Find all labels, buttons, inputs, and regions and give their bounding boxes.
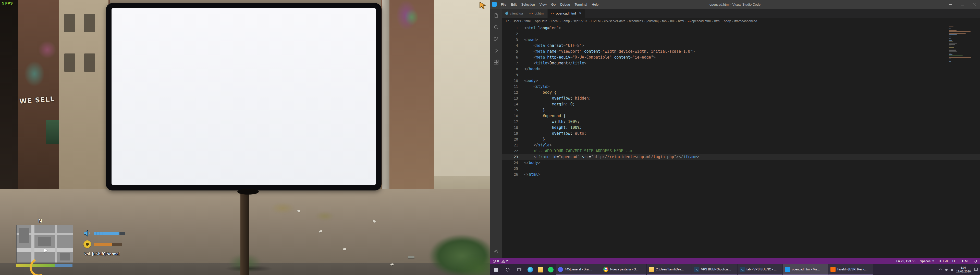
breadcrumb-item[interactable]: html xyxy=(714,19,720,23)
breadcrumb-item[interactable]: resources xyxy=(629,19,643,23)
code-line-10[interactable]: 10<body> xyxy=(502,78,980,84)
problems-indicator[interactable]: 0 2 xyxy=(493,259,508,263)
taskbar-app-fivem[interactable]: FiveM - [ESP] Reinc... xyxy=(829,264,873,275)
code-line-26[interactable]: 26</html> xyxy=(502,172,980,177)
breadcrumb-item[interactable]: C: xyxy=(506,19,509,23)
breadcrumb-item[interactable]: tab xyxy=(662,19,667,23)
breadcrumb-item[interactable]: html xyxy=(678,19,684,23)
code-line-6[interactable]: 6 <meta http-equiv="X-UA-Compatible" con… xyxy=(502,54,980,60)
code-line-7[interactable]: 7 <title>Document</title> xyxy=(502,60,980,66)
menu-view[interactable]: View xyxy=(537,3,549,6)
taskbar-app-discord[interactable]: #45|general - Disc... xyxy=(556,264,601,275)
breadcrumb-item[interactable]: iframe#opencad xyxy=(734,19,757,23)
taskbar-app-vscode[interactable]: opencad.html - Vis... xyxy=(783,264,828,275)
breadcrumb-item[interactable]: nui xyxy=(670,19,675,23)
breadcrumb-item[interactable]: FIVEM xyxy=(591,19,600,23)
minimize-icon[interactable] xyxy=(945,0,956,9)
menu-terminal[interactable]: Terminal xyxy=(572,3,589,6)
taskbar-app-terminal[interactable]: >_tab - VPS BUENO - ... xyxy=(738,264,783,275)
code-line-3[interactable]: 3<head> xyxy=(502,37,980,43)
breadcrumb-item[interactable]: cfx-server-data xyxy=(604,19,625,23)
code-line-14[interactable]: 14 margin: 0; xyxy=(502,101,980,107)
error-icon xyxy=(493,259,496,263)
breadcrumb-item[interactable]: body xyxy=(724,19,731,23)
notifications-bell-icon[interactable] xyxy=(974,259,977,263)
code-line-5[interactable]: 5 <meta name="viewport" content="width=d… xyxy=(502,49,980,54)
code-line-13[interactable]: 13 overflow: hidden; xyxy=(502,95,980,101)
terminal-icon: >_ xyxy=(694,267,699,272)
breadcrumb-item[interactable]: <>opencad.html xyxy=(687,19,711,23)
code-line-20[interactable]: 20 } xyxy=(502,136,980,142)
code-line-21[interactable]: 21 </style> xyxy=(502,142,980,148)
taskbar-clock[interactable]: 6:07 17/08/2020 xyxy=(956,266,971,273)
tab-client.lua[interactable]: client.lua xyxy=(502,9,526,18)
tray-icon[interactable] xyxy=(945,269,948,271)
tray-chevron-icon[interactable] xyxy=(939,268,942,272)
code-line-15[interactable]: 15 } xyxy=(502,107,980,113)
status-eol[interactable]: LF xyxy=(952,259,956,263)
line-content: </head> xyxy=(524,66,540,72)
whatsapp-pinned-icon[interactable] xyxy=(546,264,556,275)
status-language-mode[interactable]: HTML xyxy=(961,259,969,263)
taskbar-app-explorer[interactable]: C:\Users\famil\Des... xyxy=(647,264,692,275)
status-cursor-position[interactable]: Ln 23, Col 66 xyxy=(896,259,915,263)
source-control-icon[interactable] xyxy=(490,33,502,45)
vscode-window: FileEditSelectionViewGoDebugTerminalHelp… xyxy=(490,0,980,264)
breadcrumb-item[interactable]: AppData xyxy=(535,19,547,23)
taskbar-app-terminal[interactable]: >_VPS BUENO\policia... xyxy=(692,264,737,275)
code-line-22[interactable]: 22 <!-- ADD YOUR CAD/MDT SITE ADDRESS HE… xyxy=(502,148,980,154)
edge-pinned-icon[interactable] xyxy=(525,264,535,275)
status-encoding[interactable]: UTF-8 xyxy=(939,259,948,263)
file-explorer-pinned-icon[interactable] xyxy=(535,264,546,275)
tab-opencad.html[interactable]: <>opencad.html× xyxy=(548,9,585,18)
graffiti-blob xyxy=(38,41,56,58)
task-view-button[interactable] xyxy=(514,264,525,275)
taskbar-app-chrome[interactable]: Nueva pestaña - G... xyxy=(601,264,646,275)
code-line-25[interactable]: 25 xyxy=(502,166,980,172)
editor-minimap[interactable] xyxy=(949,26,977,62)
debug-icon[interactable] xyxy=(490,45,502,57)
tab-ui.html[interactable]: <>ui.html xyxy=(526,9,548,18)
close-tab-icon[interactable]: × xyxy=(579,11,581,15)
tab-bar: client.lua<>ui.html<>opencad.html× xyxy=(502,9,980,18)
menu-go[interactable]: Go xyxy=(549,3,558,6)
window xyxy=(64,14,75,32)
code-line-24[interactable]: 24</body> xyxy=(502,160,980,166)
search-button[interactable] xyxy=(502,264,514,275)
code-line-19[interactable]: 19 overflow: auto; xyxy=(502,131,980,136)
maximize-icon[interactable] xyxy=(956,0,968,9)
notification-center-icon[interactable] xyxy=(974,267,978,272)
code-line-11[interactable]: 11 <style> xyxy=(502,84,980,90)
tray-icon[interactable] xyxy=(951,269,953,271)
status-indentation[interactable]: Spaces: 2 xyxy=(920,259,934,263)
breadcrumb-item[interactable]: [custom] xyxy=(646,19,659,23)
search-icon[interactable] xyxy=(490,21,502,33)
extensions-icon[interactable] xyxy=(490,57,502,68)
close-icon[interactable] xyxy=(968,0,980,9)
menu-selection[interactable]: Selection xyxy=(519,3,537,6)
explorer-icon[interactable] xyxy=(490,9,502,21)
start-button[interactable] xyxy=(490,264,502,275)
code-line-16[interactable]: 16 #opencad { xyxy=(502,113,980,119)
menu-edit[interactable]: Edit xyxy=(509,3,519,6)
code-line-4[interactable]: 4 <meta charset="UTF-8"> xyxy=(502,43,980,49)
code-line-8[interactable]: 8</head> xyxy=(502,66,980,72)
breadcrumb-item[interactable]: Temp xyxy=(562,19,570,23)
code-line-1[interactable]: 1<html lang="en"> xyxy=(502,25,980,31)
code-line-9[interactable]: 9 xyxy=(502,72,980,78)
menu-debug[interactable]: Debug xyxy=(558,3,572,6)
breadcrumb-item[interactable]: famil xyxy=(525,19,531,23)
code-line-17[interactable]: 17 width: 100%; xyxy=(502,119,980,125)
menu-file[interactable]: File xyxy=(499,3,509,6)
breadcrumb-separator: › xyxy=(589,19,590,23)
breadcrumb-item[interactable]: Local xyxy=(551,19,558,23)
menu-help[interactable]: Help xyxy=(590,3,601,6)
code-line-18[interactable]: 18 height: 100%; xyxy=(502,125,980,131)
code-line-23[interactable]: 23 <iframe id="opencad" src="http://rein… xyxy=(502,154,980,160)
breadcrumb-item[interactable]: scp27787 xyxy=(573,19,587,23)
breadcrumb-item[interactable]: Users xyxy=(513,19,521,23)
code-line-12[interactable]: 12 body { xyxy=(502,90,980,95)
settings-gear-icon[interactable] xyxy=(490,245,502,257)
editor[interactable]: 1<html lang="en">23<head>4 <meta charset… xyxy=(502,24,980,258)
code-line-2[interactable]: 2 xyxy=(502,31,980,37)
